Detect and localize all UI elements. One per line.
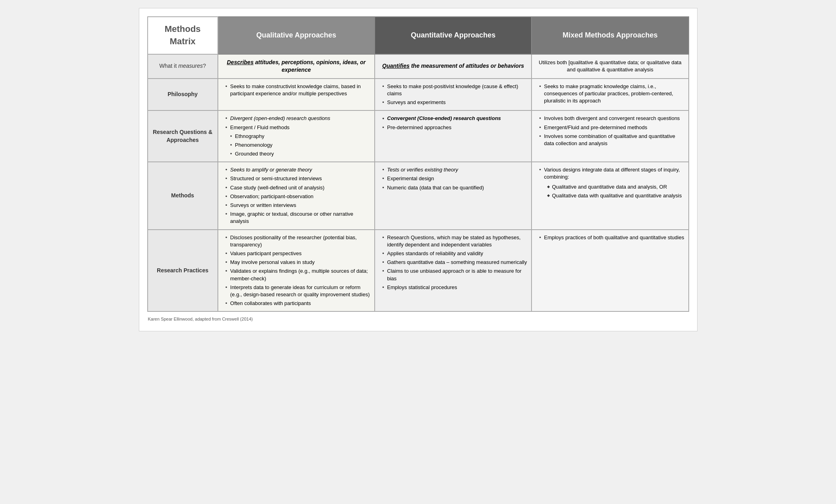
footnote: Karen Spear Ellinwood, adapted from Cres…: [147, 315, 689, 323]
row-label-philosophy: Philosophy: [148, 79, 218, 111]
list-item: Case study (well-defined unit of analysi…: [225, 183, 370, 192]
list-item: Phenomenology: [225, 141, 370, 150]
list-item: Qualitative data with qualitative and qu…: [547, 191, 684, 200]
list-item: Seeks to amplify or generate theory: [225, 165, 370, 174]
list-item: Interprets data to generate ideas for cu…: [225, 283, 370, 299]
list-item: Qualitative and quantitative data and an…: [547, 183, 684, 191]
list-methods-qual: Seeks to amplify or generate theory Stru…: [222, 165, 370, 226]
list-rp-quant: Research Questions, which may be stated …: [379, 233, 527, 292]
row-label-research-questions: Research Questions & Approaches: [148, 110, 218, 162]
header-row: Methods Matrix Qualitative Approaches Qu…: [148, 17, 689, 54]
row-label-measures: What it measures?: [148, 54, 218, 79]
cell-methods-qualitative: Seeks to amplify or generate theory Stru…: [218, 162, 375, 229]
list-item: Tests or verifies existing theory: [382, 165, 527, 174]
list-item: Various designs integrate data at differ…: [539, 165, 684, 201]
list-item: Convergent (Close-ended) research questi…: [382, 114, 527, 123]
list-philosophy-qual: Seeks to make constructivist knowledge c…: [222, 82, 370, 98]
row-philosophy: Philosophy Seeks to make constructivist …: [148, 79, 689, 111]
cell-methods-quantitative: Tests or verifies existing theory Experi…: [375, 162, 532, 229]
row-research-questions: Research Questions & Approaches Divergen…: [148, 110, 689, 162]
list-rp-mixed: Employs practices of both qualitative an…: [536, 233, 684, 242]
list-item: Employs practices of both qualitative an…: [539, 233, 684, 242]
cell-methods-mixed: Various designs integrate data at differ…: [532, 162, 688, 229]
list-item: Numeric data (data that can be quantifie…: [382, 183, 527, 192]
list-item: Experimental design: [382, 174, 527, 183]
header-qualitative: Qualitative Approaches: [218, 17, 375, 54]
list-item: Emergent / Fluid methods: [225, 123, 370, 132]
cell-rp-quantitative: Research Questions, which may be stated …: [375, 230, 532, 312]
header-quantitative: Quantitative Approaches: [375, 17, 532, 54]
list-item: Validates or explains findings (e.g., mu…: [225, 267, 370, 283]
list-philosophy-quant: Seeks to make post-positivist knowledge …: [379, 82, 527, 107]
cell-philosophy-quantitative: Seeks to make post-positivist knowledge …: [375, 79, 532, 111]
list-methods-mixed-sub: Qualitative and quantitative data and an…: [544, 183, 684, 200]
list-rp-qual: Discloses positionality of the researche…: [222, 233, 370, 308]
list-item: Grounded theory: [225, 150, 370, 158]
row-what-it-measures: What it measures? Describes attitudes, p…: [148, 54, 689, 79]
list-rq-mixed: Involves both divergent and convergent r…: [536, 114, 684, 148]
list-item: Applies standards of reliability and val…: [382, 249, 527, 258]
list-item: Involves some combination of qualitative…: [539, 132, 684, 148]
row-methods: Methods Seeks to amplify or generate the…: [148, 162, 689, 229]
list-item: Seeks to make post-positivist knowledge …: [382, 82, 527, 98]
list-item: Emergent/Fluid and pre-determined method…: [539, 123, 684, 132]
cell-measures-quantitative: Quantifies the measurement of attitudes …: [375, 54, 532, 79]
list-item: May involve personal values in study: [225, 258, 370, 267]
italic-measures: measures: [178, 63, 203, 69]
list-item: Often collaborates with participants: [225, 299, 370, 308]
list-item: Involves both divergent and convergent r…: [539, 114, 684, 123]
table-title: Methods Matrix: [148, 17, 218, 54]
cell-measures-mixed: Utilizes both [qualitative & quantitativ…: [532, 54, 688, 79]
cell-rq-mixed: Involves both divergent and convergent r…: [532, 110, 688, 162]
list-item: Surveys or written interviews: [225, 201, 370, 210]
quantifies-word: Quantifies: [382, 63, 409, 69]
header-mixed: Mixed Methods Approaches: [532, 17, 688, 54]
row-label-methods: Methods: [148, 162, 218, 229]
list-item: Claims to use unbiased approach or is ab…: [382, 267, 527, 283]
list-item: Image, graphic or textual, discourse or …: [225, 210, 370, 226]
list-item: Values participant perspectives: [225, 249, 370, 258]
row-research-practices: Research Practices Discloses positionali…: [148, 230, 689, 312]
list-item: Research Questions, which may be stated …: [382, 233, 527, 249]
list-rq-qual: Divergent (open-ended) research question…: [222, 114, 370, 158]
cell-philosophy-qualitative: Seeks to make constructivist knowledge c…: [218, 79, 375, 111]
list-methods-quant: Tests or verifies existing theory Experi…: [379, 165, 527, 192]
list-item: Employs statistical procedures: [382, 283, 527, 292]
cell-philosophy-mixed: Seeks to make pragmatic knowledge claims…: [532, 79, 688, 111]
list-item: Structured or semi-structured interviews: [225, 174, 370, 183]
list-item: Divergent (open-ended) research question…: [225, 114, 370, 123]
list-item: Seeks to make constructivist knowledge c…: [225, 82, 370, 98]
cell-rq-quantitative: Convergent (Close-ended) research questi…: [375, 110, 532, 162]
list-item: Observation; participant-observation: [225, 192, 370, 201]
methods-matrix-table: Methods Matrix Qualitative Approaches Qu…: [147, 16, 689, 312]
list-item: Discloses positionality of the researche…: [225, 233, 370, 249]
list-methods-mixed: Various designs integrate data at differ…: [536, 165, 684, 201]
list-item: Surveys and experiments: [382, 98, 527, 107]
cell-rq-qualitative: Divergent (open-ended) research question…: [218, 110, 375, 162]
list-item: Seeks to make pragmatic knowledge claims…: [539, 82, 684, 106]
cell-rp-qualitative: Discloses positionality of the researche…: [218, 230, 375, 312]
list-item: Pre-determined approaches: [382, 123, 527, 132]
cell-rp-mixed: Employs practices of both qualitative an…: [532, 230, 688, 312]
list-item: Ethnography: [225, 132, 370, 141]
list-item: Gathers quantitative data – something me…: [382, 258, 527, 267]
list-philosophy-mixed: Seeks to make pragmatic knowledge claims…: [536, 82, 684, 106]
describes-word: Describes: [227, 59, 254, 65]
page-wrapper: Methods Matrix Qualitative Approaches Qu…: [139, 8, 698, 331]
row-label-research-practices: Research Practices: [148, 230, 218, 312]
cell-measures-qualitative: Describes attitudes, perceptions, opinio…: [218, 54, 375, 79]
list-rq-quant: Convergent (Close-ended) research questi…: [379, 114, 527, 132]
